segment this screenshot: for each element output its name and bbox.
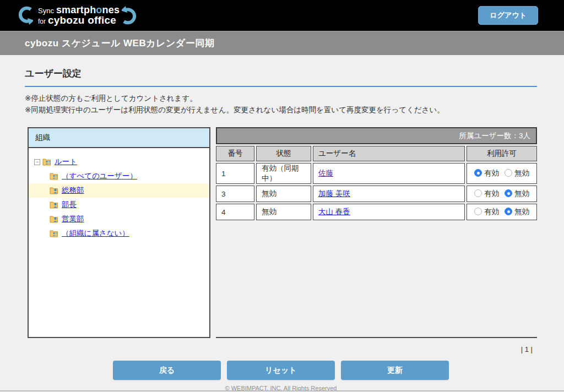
tree-item-root: − ルート — [29, 155, 209, 169]
top-header: Syncsmartphones forcybozu office ログアウト — [0, 0, 564, 31]
user-count-bar: 所属ユーザー数：3人 — [216, 127, 537, 144]
radio-disabled-label: 無効 — [514, 169, 529, 177]
users-panel: 所属ユーザー数：3人 番号 状態 ユーザー名 利用許可 — [216, 127, 537, 338]
radio-enabled[interactable] — [474, 169, 482, 177]
organization-panel-header: 組織 — [29, 128, 209, 148]
user-status: 有効（同期中） — [256, 163, 311, 184]
app-logo: Syncsmartphones forcybozu office — [17, 5, 141, 26]
reset-button[interactable]: リセット — [227, 361, 335, 380]
radio-enabled[interactable] — [474, 208, 482, 215]
tree-link-all-users[interactable]: （すべてのユーザー） — [62, 171, 137, 181]
user-name-link[interactable]: 大山 春香 — [318, 208, 350, 216]
logo-blue-o: o — [96, 4, 102, 15]
tree-item-all-users: （すべてのユーザー） — [29, 169, 209, 183]
radio-disabled-label: 無効 — [514, 208, 529, 216]
notes: ※停止状態の方もご利用としてカウントされます。 ※同期処理実行中のユーザーは利用… — [25, 92, 537, 116]
radio-enabled-label: 有効 — [484, 189, 499, 198]
logo-text: Syncsmartphones forcybozu office — [38, 5, 120, 26]
update-button[interactable]: 更新 — [341, 361, 449, 380]
column-status: 状態 — [256, 146, 311, 161]
pagination: | 1 | — [25, 345, 537, 353]
user-number: 3 — [216, 186, 254, 202]
logout-button[interactable]: ログアウト — [478, 6, 538, 25]
app-title-bar: cybozu スケジュール WEBカレンダー同期 — [0, 31, 564, 55]
tree-item-eigyoubu: 営業部 — [29, 212, 209, 226]
radio-enabled[interactable] — [474, 189, 482, 197]
tree-item-soumubu: 総務部 — [29, 183, 209, 198]
user-status: 無効 — [256, 204, 311, 220]
organization-panel: 組織 − ルート — [28, 127, 210, 338]
back-button[interactable]: 戻る — [113, 361, 221, 380]
collapse-minus-icon[interactable]: − — [34, 159, 40, 165]
folder-user-icon — [50, 201, 59, 209]
bottom-divider — [0, 390, 564, 391]
user-row: 4 無効 大山 春香 有効無効 — [216, 204, 537, 220]
page-title: ユーザー設定 — [25, 67, 537, 87]
user-number: 4 — [216, 204, 254, 220]
radio-disabled[interactable] — [505, 169, 512, 177]
folder-user-icon — [50, 215, 59, 223]
folder-users-icon — [50, 230, 59, 237]
column-number: 番号 — [216, 146, 254, 161]
note-line-1: ※停止状態の方もご利用としてカウントされます。 — [25, 92, 537, 104]
radio-disabled[interactable] — [505, 189, 512, 197]
column-permission: 利用許可 — [467, 146, 537, 161]
logo-cybozu-office: cybozu office — [48, 14, 116, 26]
sync-arrow-left-icon — [17, 6, 33, 25]
organization-tree: − ルート — [29, 148, 209, 241]
user-row: 3 無効 加藤 美咲 有効無効 — [216, 186, 537, 202]
tree-link-buchou[interactable]: 部長 — [62, 200, 77, 210]
user-name-link[interactable]: 佐藤 — [318, 169, 333, 177]
radio-disabled[interactable] — [505, 208, 512, 215]
radio-enabled-label: 有効 — [484, 208, 499, 216]
tree-link-root[interactable]: ルート — [55, 157, 77, 167]
tree-link-soumubu[interactable]: 総務部 — [62, 186, 84, 195]
tree-item-buchou: 部長 — [29, 198, 209, 212]
app-title: cybozu スケジュール WEBカレンダー同期 — [25, 37, 214, 50]
user-number: 1 — [216, 163, 254, 184]
user-status: 無効 — [256, 186, 311, 202]
radio-enabled-label: 有効 — [484, 169, 499, 177]
main-content: ユーザー設定 ※停止状態の方もご利用としてカウントされます。 ※同期処理実行中の… — [0, 67, 564, 391]
tree-link-no-org[interactable]: （組織に属さない） — [62, 228, 129, 238]
logo-for: for — [38, 18, 46, 25]
folder-users-icon — [42, 158, 52, 166]
folder-users-icon — [50, 172, 59, 180]
tree-link-eigyoubu[interactable]: 営業部 — [62, 214, 84, 224]
column-user-name: ユーザー名 — [313, 146, 465, 161]
users-table-header-row: 番号 状態 ユーザー名 利用許可 — [216, 146, 537, 161]
logo-sync: Sync — [38, 7, 54, 15]
folder-user-icon — [50, 187, 59, 194]
note-line-2: ※同期処理実行中のユーザーは利用状態の変更が行えません。変更されない場合は時間を… — [25, 104, 537, 116]
user-name-link[interactable]: 加藤 美咲 — [318, 189, 350, 198]
user-row: 1 有効（同期中） 佐藤 有効無効 — [216, 163, 537, 184]
panels-row: 組織 − ルート — [28, 127, 537, 338]
app-window: Syncsmartphones forcybozu office ログアウト c… — [0, 0, 564, 391]
action-buttons: 戻る リセット 更新 — [25, 361, 537, 380]
tree-item-no-org: （組織に属さない） — [29, 226, 209, 241]
sync-arrow-right-icon — [122, 6, 138, 25]
user-count-label: 所属ユーザー数：3人 — [459, 131, 530, 141]
radio-disabled-label: 無効 — [514, 189, 529, 198]
users-table: 番号 状態 ユーザー名 利用許可 1 有効（同期中） 佐藤 有効無効 — [214, 144, 539, 222]
